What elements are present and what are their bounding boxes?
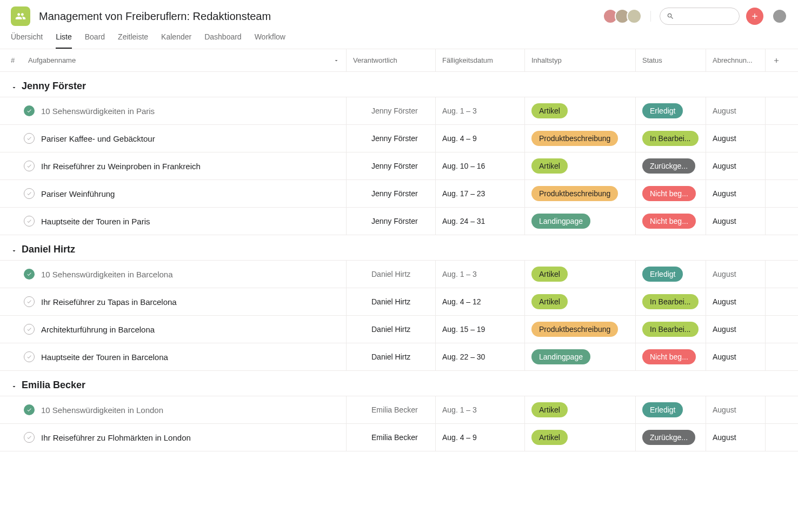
task-row[interactable]: Ihr Reiseführer zu Weinproben in Frankre… [0,152,798,180]
task-name[interactable]: Ihr Reiseführer zu Weinproben in Frankre… [41,152,347,179]
task-due-date[interactable]: Aug. 22 – 30 [436,343,525,370]
check-open-icon[interactable] [24,188,35,199]
task-status[interactable]: In Bearbei... [636,288,706,315]
check-open-icon[interactable] [24,432,35,443]
task-content-type[interactable]: Artikel [525,424,636,451]
task-responsible[interactable]: Jenny Förster [347,97,436,124]
task-content-type[interactable]: Produktbeschreibung [525,125,636,152]
task-billing[interactable]: August [706,316,766,343]
task-row[interactable]: Ihr Reiseführer zu Tapas in BarcelonaDan… [0,288,798,316]
section-header[interactable]: Jenny Förster [0,72,798,97]
task-responsible[interactable]: Jenny Förster [347,180,436,207]
task-billing[interactable]: August [706,261,766,288]
task-content-type[interactable]: Artikel [525,288,636,315]
task-content-type[interactable]: Landingpage [525,208,636,235]
task-row[interactable]: 10 Sehenswürdigkeiten in ParisJenny Förs… [0,97,798,125]
search-input[interactable] [660,8,740,25]
task-name[interactable]: 10 Sehenswürdigkeiten in Barcelona [41,261,347,288]
task-due-date[interactable]: Aug. 1 – 3 [436,261,525,288]
task-row[interactable]: Pariser WeinführungJenny FörsterAug. 17 … [0,179,798,208]
task-name[interactable]: Architekturführung in Barcelona [41,316,347,343]
project-members[interactable] [606,9,642,24]
collapse-icon[interactable] [11,83,17,90]
task-due-date[interactable]: Aug. 24 – 31 [436,208,525,235]
task-billing[interactable]: August [706,343,766,370]
column-status[interactable]: Status [636,49,706,71]
task-name[interactable]: 10 Sehenswürdigkeiten in Paris [41,97,347,124]
task-content-type[interactable]: Artikel [525,261,636,288]
task-status[interactable]: Zurückge... [636,424,706,451]
task-status[interactable]: Erledigt [636,396,706,423]
task-content-type[interactable]: Produktbeschreibung [525,316,636,343]
task-row[interactable]: 10 Sehenswürdigkeiten in BarcelonaDaniel… [0,260,798,288]
tab-board[interactable]: Board [85,32,105,49]
task-due-date[interactable]: Aug. 1 – 3 [436,97,525,124]
column-name[interactable]: Aufgabenname [28,49,347,71]
check-done-icon[interactable] [24,404,35,415]
task-name[interactable]: Pariser Kaffee- und Gebäcktour [41,125,347,152]
section-header[interactable]: Emilia Becker [0,371,798,396]
tab-zeitleiste[interactable]: Zeitleiste [118,32,148,49]
task-billing[interactable]: August [706,125,766,152]
task-due-date[interactable]: Aug. 17 – 23 [436,180,525,207]
task-responsible[interactable]: Daniel Hirtz [347,288,436,315]
task-due-date[interactable]: Aug. 1 – 3 [436,396,525,423]
check-open-icon[interactable] [24,296,35,307]
column-content-type[interactable]: Inhaltstyp [525,49,636,71]
column-billing[interactable]: Abrechnun... [706,49,766,71]
task-responsible[interactable]: Jenny Förster [347,125,436,152]
task-responsible[interactable]: Daniel Hirtz [347,343,436,370]
tab-uebersicht[interactable]: Übersicht [11,32,43,49]
task-due-date[interactable]: Aug. 4 – 12 [436,288,525,315]
task-name[interactable]: Ihr Reiseführer zu Tapas in Barcelona [41,288,347,315]
check-open-icon[interactable] [24,161,35,171]
task-responsible[interactable]: Daniel Hirtz [347,261,436,288]
check-open-icon[interactable] [24,324,35,335]
task-status[interactable]: Erledigt [636,261,706,288]
task-row[interactable]: Hauptseite der Touren in ParisJenny Förs… [0,207,798,235]
task-status[interactable]: In Bearbei... [636,316,706,343]
tab-dashboard[interactable]: Dashboard [204,32,242,49]
task-name[interactable]: 10 Sehenswürdigkeiten in London [41,396,347,423]
task-due-date[interactable]: Aug. 15 – 19 [436,316,525,343]
check-open-icon[interactable] [24,216,35,227]
task-responsible[interactable]: Jenny Förster [347,152,436,179]
task-row[interactable]: Architekturführung in BarcelonaDaniel Hi… [0,315,798,343]
task-responsible[interactable]: Daniel Hirtz [347,316,436,343]
task-billing[interactable]: August [706,152,766,179]
add-button[interactable] [746,8,763,25]
task-responsible[interactable]: Emilia Becker [347,396,436,423]
task-row[interactable]: Ihr Reiseführer zu Flohmärkten in London… [0,423,798,451]
task-responsible[interactable]: Jenny Förster [347,208,436,235]
task-billing[interactable]: August [706,288,766,315]
column-due[interactable]: Fälligkeitsdatum [436,49,525,71]
task-status[interactable]: Erledigt [636,97,706,124]
task-billing[interactable]: August [706,208,766,235]
column-responsible[interactable]: Verantwortlich [347,49,436,71]
task-name[interactable]: Pariser Weinführung [41,180,347,207]
tab-kalender[interactable]: Kalender [161,32,191,49]
task-row[interactable]: Hauptseite der Touren in BarcelonaDaniel… [0,343,798,371]
task-row[interactable]: 10 Sehenswürdigkeiten in LondonEmilia Be… [0,396,798,424]
task-status[interactable]: Nicht beg... [636,343,706,370]
check-open-icon[interactable] [24,351,35,362]
tab-workflow[interactable]: Workflow [255,32,285,49]
task-content-type[interactable]: Artikel [525,396,636,423]
task-content-type[interactable]: Produktbeschreibung [525,180,636,207]
task-due-date[interactable]: Aug. 4 – 9 [436,424,525,451]
project-icon[interactable] [11,6,30,26]
task-content-type[interactable]: Landingpage [525,343,636,370]
task-status[interactable]: Nicht beg... [636,208,706,235]
collapse-icon[interactable] [11,247,17,253]
task-billing[interactable]: August [706,97,766,124]
collapse-icon[interactable] [11,382,17,389]
task-status[interactable]: Nicht beg... [636,180,706,207]
task-content-type[interactable]: Artikel [525,97,636,124]
section-header[interactable]: Daniel Hirtz [0,235,798,261]
task-content-type[interactable]: Artikel [525,152,636,179]
task-responsible[interactable]: Emilia Becker [347,424,436,451]
task-name[interactable]: Ihr Reiseführer zu Flohmärkten in London [41,424,347,451]
task-due-date[interactable]: Aug. 10 – 16 [436,152,525,179]
check-done-icon[interactable] [24,105,35,116]
task-status[interactable]: Zurückge... [636,152,706,179]
